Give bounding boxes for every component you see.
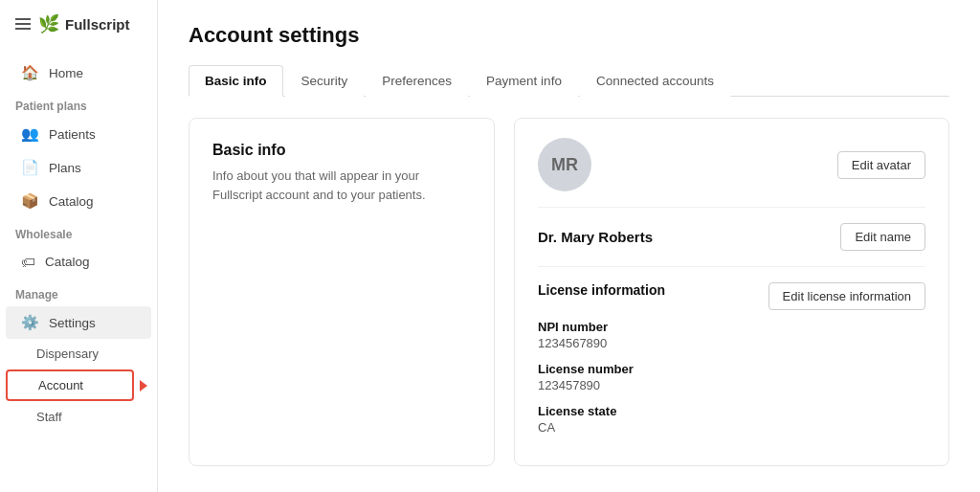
tab-basic-info[interactable]: Basic info — [189, 65, 283, 97]
license-header-row: License information Edit license informa… — [538, 282, 925, 310]
edit-license-button[interactable]: Edit license information — [768, 282, 925, 310]
sidebar-item-label: Plans — [49, 161, 81, 175]
home-icon: 🏠 — [21, 64, 39, 81]
sidebar-item-settings[interactable]: ⚙️ Settings — [6, 306, 151, 339]
catalog-pp-icon: 📦 — [21, 192, 39, 210]
tab-connected-accounts[interactable]: Connected accounts — [580, 65, 730, 97]
catalog-w-icon: 🏷 — [21, 254, 35, 270]
license-state-label: License state — [538, 404, 925, 418]
main-content: Account settings Basic info Security Pre… — [158, 0, 980, 492]
sidebar-sub-item-account[interactable]: Account — [6, 369, 134, 401]
patients-icon: 👥 — [21, 125, 39, 143]
tab-preferences[interactable]: Preferences — [366, 65, 468, 97]
npi-value: 1234567890 — [538, 336, 925, 350]
tab-payment-info[interactable]: Payment info — [470, 65, 578, 97]
section-label-wholesale: Wholesale — [0, 218, 157, 245]
settings-icon: ⚙️ — [21, 314, 39, 331]
license-field-state: License state CA — [538, 404, 925, 435]
arrow-right-icon — [140, 380, 147, 391]
sidebar-item-plans[interactable]: 📄 Plans — [6, 151, 151, 184]
logo: 🌿 Fullscript — [38, 13, 130, 34]
plans-icon: 📄 — [21, 159, 39, 176]
section-label-manage: Manage — [0, 279, 157, 305]
tab-security[interactable]: Security — [285, 65, 365, 97]
sidebar-item-catalog-w[interactable]: 🏷 Catalog — [6, 246, 151, 278]
avatar-row: MR Edit avatar — [538, 138, 925, 208]
avatar: MR — [538, 138, 591, 191]
npi-label: NPI number — [538, 320, 925, 334]
menu-icon[interactable] — [15, 18, 31, 30]
sidebar: 🌿 Fullscript 🏠 Home Patient plans 👥 Pati… — [0, 0, 158, 492]
sidebar-item-label: Patients — [49, 127, 96, 142]
tabs-bar: Basic info Security Preferences Payment … — [189, 65, 949, 97]
sidebar-sub-item-dispensary[interactable]: Dispensary — [6, 340, 151, 368]
license-section-title: License information — [538, 282, 665, 298]
section-label-patient-plans: Patient plans — [0, 90, 157, 117]
sidebar-item-catalog-pp[interactable]: 📦 Catalog — [6, 185, 151, 217]
license-state-value: CA — [538, 420, 925, 435]
license-number-label: License number — [538, 362, 925, 376]
page-title: Account settings — [189, 23, 949, 48]
sidebar-item-patients[interactable]: 👥 Patients — [6, 118, 151, 150]
profile-name: Dr. Mary Roberts — [538, 229, 653, 245]
info-card: Basic info Info about you that will appe… — [189, 118, 495, 466]
edit-name-button[interactable]: Edit name — [840, 223, 925, 251]
sidebar-item-home[interactable]: 🏠 Home — [6, 56, 151, 89]
license-field-npi: NPI number 1234567890 — [538, 320, 925, 350]
logo-text: Fullscript — [65, 16, 130, 33]
info-card-description: Info about you that will appear in your … — [212, 167, 471, 204]
sidebar-item-label: Catalog — [49, 194, 94, 209]
profile-panel: MR Edit avatar Dr. Mary Roberts Edit nam… — [514, 118, 949, 466]
sidebar-item-label: Catalog — [45, 255, 90, 269]
edit-avatar-button[interactable]: Edit avatar — [837, 151, 925, 179]
sidebar-item-label: Home — [49, 66, 83, 80]
sidebar-header: 🌿 Fullscript — [0, 0, 157, 48]
info-card-title: Basic info — [212, 142, 471, 159]
license-section: License information Edit license informa… — [538, 282, 925, 435]
license-number-value: 123457890 — [538, 378, 925, 392]
logo-icon: 🌿 — [38, 13, 59, 34]
license-field-number: License number 123457890 — [538, 362, 925, 392]
sidebar-item-label: Settings — [49, 316, 96, 330]
name-row: Dr. Mary Roberts Edit name — [538, 223, 925, 267]
account-arrow-indicator — [140, 380, 147, 391]
sidebar-navigation: 🏠 Home Patient plans 👥 Patients 📄 Plans … — [0, 48, 157, 492]
sidebar-sub-item-staff[interactable]: Staff — [6, 403, 151, 431]
content-area: Basic info Info about you that will appe… — [189, 118, 949, 466]
